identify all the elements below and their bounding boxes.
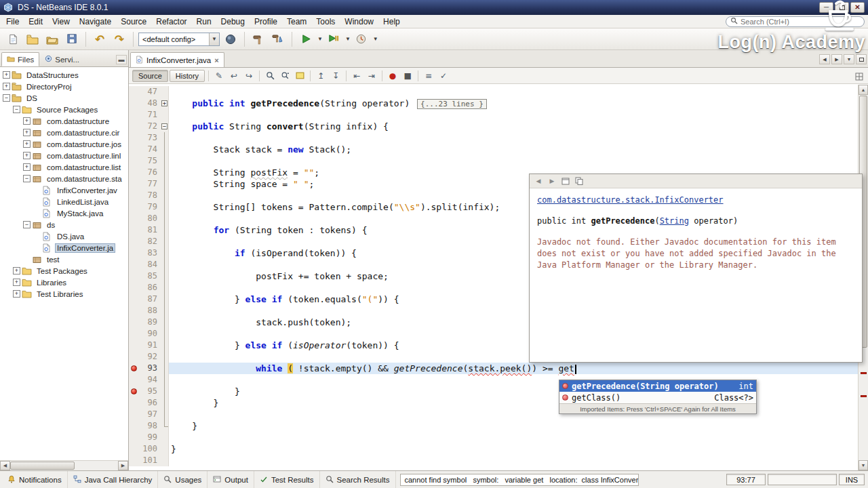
code-line-100[interactable]: 100} (129, 443, 858, 455)
tree-item-test-packages[interactable]: +Test Packages (0, 265, 128, 277)
tree-item-label[interactable]: DataStructures (24, 71, 81, 79)
minimize-panel-button[interactable]: ▬ (116, 55, 127, 64)
line-number[interactable]: 79 (138, 201, 160, 213)
javadoc-back-icon[interactable]: ◀ (533, 176, 544, 186)
tree-item-label[interactable]: DS (24, 94, 39, 102)
tree-item-label[interactable]: ds (45, 221, 57, 229)
expand-handle[interactable]: − (3, 94, 10, 102)
code-text[interactable]: } (169, 420, 858, 432)
scrollbar-thumb[interactable] (10, 462, 75, 470)
line-number[interactable]: 92 (138, 351, 160, 363)
error-stripe-mark[interactable] (861, 372, 867, 374)
save-all-button[interactable] (63, 30, 81, 48)
find-next-occurrence-icon[interactable] (278, 69, 292, 83)
tree-item-com-datastructure-linl[interactable]: +com.datastructure.linl (0, 150, 128, 161)
line-number[interactable]: 100 (138, 443, 160, 455)
menu-debug[interactable]: Debug (216, 16, 250, 28)
code-line-48[interactable]: 48+ public int getPrecedence(String oper… (129, 98, 858, 109)
new-file-button[interactable] (4, 30, 22, 48)
scroll-tabs-left-button[interactable]: ◀ (819, 54, 830, 64)
line-number[interactable]: 89 (138, 317, 160, 328)
line-number[interactable]: 94 (138, 374, 160, 386)
start-macro-icon[interactable]: ● (386, 69, 399, 83)
open-project-button[interactable] (43, 30, 61, 48)
code-text[interactable]: public int getPrecedence(String operator… (169, 98, 858, 109)
back-icon[interactable]: ↩ (227, 69, 241, 83)
line-number[interactable]: 72 (138, 121, 160, 132)
status-tab-output[interactable]: Output (208, 471, 254, 488)
line-number[interactable]: 101 (138, 455, 160, 466)
menu-profile[interactable]: Profile (250, 16, 282, 28)
string-type-link[interactable]: String (660, 216, 689, 226)
code-text[interactable]: while ( !stack.empty() && getPrecedence(… (169, 363, 858, 374)
tree-item-com-datastructure-jos[interactable]: +com.datastructure.jos (0, 138, 128, 150)
redo-button[interactable]: ↷ (111, 30, 128, 48)
tree-item-label[interactable]: test (45, 256, 62, 264)
comment-icon[interactable]: ≡ (422, 69, 435, 83)
line-number[interactable]: 86 (138, 282, 160, 293)
expand-handle[interactable]: − (13, 106, 20, 113)
completion-item-getprecedence[interactable]: getPrecedence(String operator)int (559, 380, 756, 392)
expand-handle[interactable]: − (23, 221, 31, 228)
tree-item-label[interactable]: com.datastructure.jos (45, 140, 123, 148)
tree-item-label[interactable]: MyStack.java (55, 209, 105, 218)
find-selection-icon[interactable] (263, 69, 277, 83)
code-line-47[interactable]: 47 (129, 86, 858, 98)
scroll-left-icon[interactable]: ◀ (0, 461, 10, 470)
next-bookmark-icon[interactable]: ↧ (329, 69, 342, 83)
line-number[interactable]: 74 (138, 144, 160, 155)
expand-handle[interactable]: + (13, 267, 20, 274)
tree-item-libraries[interactable]: +Libraries (0, 277, 128, 288)
documents-list-button[interactable]: ▼ (844, 54, 854, 64)
error-badge-icon[interactable] (131, 388, 137, 394)
tree-item-label[interactable]: Libraries (35, 279, 68, 287)
line-number[interactable]: 81 (138, 224, 160, 236)
code-line-74[interactable]: 74 Stack stack = new Stack(); (129, 144, 858, 155)
set-configuration-button[interactable] (222, 30, 239, 48)
tree-item-label[interactable]: LinkedList.java (55, 198, 111, 206)
error-badge-icon[interactable] (131, 365, 137, 371)
tree-item-ds-java[interactable]: DS.java (0, 230, 128, 242)
code-line-101[interactable]: 101 (129, 455, 858, 466)
expand-handle[interactable]: + (13, 279, 20, 286)
tree-item-label[interactable]: com.datastructure.cir (45, 129, 121, 137)
line-number[interactable]: 93 (138, 363, 160, 374)
code-line-71[interactable]: 71 (129, 109, 858, 121)
show-in-browser-icon[interactable] (560, 176, 571, 186)
tree-item-mystack-java[interactable]: MyStack.java (0, 207, 128, 219)
menu-window[interactable]: Window (340, 16, 378, 28)
javadoc-forward-icon[interactable]: ▶ (547, 176, 557, 186)
menu-source[interactable]: Source (116, 16, 151, 28)
line-number[interactable]: 90 (138, 328, 160, 340)
quick-search[interactable] (726, 16, 865, 27)
debug-dropdown-icon[interactable]: ▼ (345, 36, 351, 42)
code-line-75[interactable]: 75 (129, 155, 858, 167)
completion-item-getclass[interactable]: getClass()Class<?> (559, 392, 756, 403)
tree-item-com-datastructure-cir[interactable]: +com.datastructure.cir (0, 127, 128, 138)
expand-handle[interactable]: + (23, 140, 31, 148)
code-text[interactable] (169, 109, 858, 121)
line-number[interactable]: 87 (138, 293, 160, 305)
tree-item-label[interactable]: Test Libraries (35, 290, 85, 298)
tree-item-label[interactable]: DS.java (55, 232, 86, 241)
status-tab-java-call-hierarchy[interactable]: Java Call Hierarchy (68, 471, 159, 488)
maximize-editor-button[interactable] (856, 54, 867, 64)
line-number[interactable]: 98 (138, 420, 160, 432)
code-line-99[interactable]: 99 (129, 432, 858, 443)
menu-navigate[interactable]: Navigate (75, 16, 116, 28)
code-text[interactable] (169, 132, 858, 144)
error-stripe-mark[interactable] (861, 395, 867, 397)
tree-item-label[interactable]: DirectoryProj (24, 83, 73, 91)
code-text[interactable]: } (169, 443, 858, 455)
run-dropdown-icon[interactable]: ▼ (317, 36, 323, 42)
code-text[interactable] (169, 455, 858, 466)
code-text[interactable] (169, 86, 858, 98)
scroll-down-icon[interactable]: ▼ (859, 460, 868, 470)
line-number[interactable]: 47 (138, 86, 160, 98)
tree-item-com-datastructure-sta[interactable]: −com.datastructure.sta (0, 173, 128, 184)
expand-handle[interactable]: + (23, 163, 31, 171)
code-line-73[interactable]: 73 (129, 132, 858, 144)
tree-item-datastructures[interactable]: +DataStructures (0, 69, 128, 81)
tree-item-label[interactable]: com.datastructure.linl (45, 152, 123, 160)
undo-button[interactable]: ↶ (91, 30, 108, 48)
